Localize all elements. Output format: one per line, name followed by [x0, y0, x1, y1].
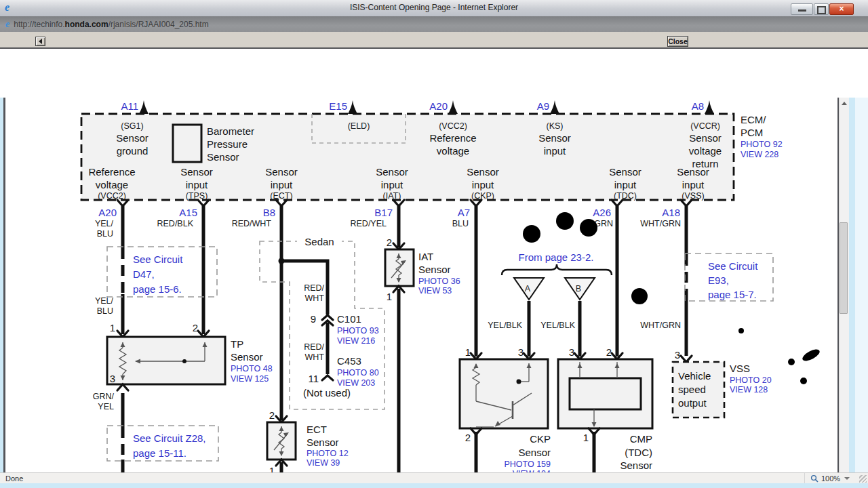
ckp-pin1: 1 [465, 346, 471, 358]
c101-pin: 9 [311, 313, 316, 325]
svg-text:page 15-11.: page 15-11. [133, 447, 186, 459]
conn-a18: A18 [662, 207, 680, 218]
tp-sensor: 1 2 TP Sensor PHOTO 48 V [107, 322, 273, 390]
tp-photo-link[interactable]: PHOTO 48 [231, 364, 273, 373]
wire-wht-grn-1: WHT/GRN [640, 219, 681, 228]
baro-l1: Barometer [207, 125, 254, 137]
c453-photo-link[interactable]: PHOTO 80 [337, 368, 379, 378]
ckp-photo-link[interactable]: PHOTO 159 [504, 460, 551, 469]
zoom-control[interactable]: 100% [804, 473, 856, 483]
svg-text:(IAT): (IAT) [383, 191, 401, 201]
ect-name-1: ECT [307, 424, 327, 435]
status-text: Done [5, 474, 23, 483]
wiring-diagram: A11 E15 A20 A9 A8 (SG1) Sensor ground Ba… [5, 98, 837, 488]
ecm-top-pins [139, 100, 714, 114]
brace [502, 264, 612, 275]
cmp-name-2: (TDC) [625, 447, 652, 458]
vss-photo-link[interactable]: PHOTO 20 [730, 375, 772, 385]
back-button[interactable] [35, 37, 45, 46]
c453-view-link[interactable]: VIEW 203 [337, 378, 375, 388]
iat-pin1: 1 [387, 291, 392, 302]
vss-view-link[interactable]: VIEW 128 [730, 385, 768, 394]
window-border-right-outer [855, 98, 868, 488]
sg1-sub: (SG1) [121, 121, 143, 131]
minimize-button[interactable] [791, 3, 813, 15]
ks-l2: input [544, 145, 566, 157]
svg-text:E93,: E93, [708, 274, 729, 286]
c101-view-link[interactable]: VIEW 216 [337, 336, 375, 346]
window-close-button[interactable]: × [829, 3, 854, 15]
browser-window: e ISIS-Content Opening Page - Internet E… [0, 0, 868, 488]
svg-text:(ECT): (ECT) [270, 191, 292, 201]
ecm-pcm-box: A11 E15 A20 A9 A8 (SG1) Sensor ground Ba… [81, 100, 783, 201]
conn-a26: A26 [593, 207, 611, 218]
iat-name-2: Sensor [418, 264, 451, 275]
magnifier-icon [810, 474, 818, 483]
wire-yel-blu-2a: YEL/ [95, 296, 114, 306]
svg-text:input: input [381, 179, 403, 190]
wire-red-wht-a1: RED/ [304, 283, 324, 293]
pin-symbol [348, 100, 357, 114]
vcc2-sub: (VCC2) [439, 121, 467, 131]
wire-red-wht-b1: RED/ [304, 342, 324, 352]
c453-pin: 11 [308, 373, 319, 384]
scrollbar-thumb[interactable] [840, 222, 848, 314]
ckp-sensor: 1 3 [460, 346, 551, 479]
cmp-inner-coil [570, 378, 641, 409]
wire-blu: BLU [452, 219, 469, 228]
ckp-pin2: 2 [465, 432, 471, 443]
ecm-photo-link[interactable]: PHOTO 92 [741, 140, 783, 149]
baro-l3: Sensor [207, 151, 239, 163]
svg-text:See Circuit: See Circuit [708, 260, 758, 272]
scroll-up-button[interactable] [840, 98, 849, 108]
pin-symbol [139, 100, 149, 114]
svg-text:input: input [682, 179, 705, 190]
svg-text:(VSS): (VSS) [682, 191, 704, 201]
c101-photo-link[interactable]: PHOTO 93 [337, 326, 379, 336]
svg-text:input: input [186, 179, 208, 190]
wire-red-blk: RED/BLK [157, 219, 194, 228]
svg-text:Sensor: Sensor [609, 166, 642, 178]
url-text[interactable]: http://techinfo.honda.com/rjanisis/RJAAI… [14, 20, 208, 29]
triangle-a-label: A [525, 284, 531, 293]
conn-b8: B8 [263, 207, 275, 218]
wire-red-wht-b2: WHT [305, 352, 325, 362]
toolbar: Close [0, 32, 868, 49]
wire-grn-yel-1b: YEL [98, 402, 114, 411]
ect-pin2: 2 [269, 409, 275, 421]
ckp-name-2: Sensor [518, 447, 551, 458]
tp-view-link[interactable]: VIEW 125 [231, 374, 269, 384]
status-bar: Done 100% [0, 472, 868, 483]
ect-view-link[interactable]: VIEW 39 [307, 458, 340, 468]
svg-text:(CKP): (CKP) [471, 191, 494, 201]
back-arrow-icon [39, 39, 42, 44]
iat-name-1: IAT [418, 251, 433, 262]
maximize-icon [817, 6, 826, 14]
vss-pin3: 3 [675, 349, 680, 361]
zoom-dropdown-icon[interactable] [844, 477, 850, 480]
resize-grip[interactable] [859, 475, 867, 483]
svg-text:input: input [614, 179, 637, 190]
address-bar[interactable]: e http://techinfo.honda.com/rjanisis/RJA… [0, 16, 868, 32]
ect-sensor: 2 ECT Sensor PHOTO 12 VIEW 39 1 [267, 409, 349, 476]
svg-text:(VCC2): (VCC2) [98, 191, 126, 201]
svg-text:Sensor: Sensor [467, 166, 499, 178]
pin-label-a9: A9 [537, 100, 549, 112]
wire-yel-blu-1b: BLU [97, 229, 113, 239]
baro-l2: Pressure [207, 138, 248, 150]
cmp-pin1: 1 [583, 432, 589, 443]
wire-yel-blu-2b: BLU [97, 306, 113, 316]
ecm-view-link[interactable]: VIEW 228 [741, 150, 778, 159]
iat-photo-link[interactable]: PHOTO 36 [418, 277, 460, 286]
svg-text:(TDC): (TDC) [614, 191, 637, 201]
zoom-percent: 100% [821, 474, 840, 483]
wire-red-wht: RED/WHT [232, 219, 272, 228]
ect-photo-link[interactable]: PHOTO 12 [307, 449, 349, 458]
barometer-sensor-symbol [173, 125, 201, 162]
svg-text:page 15-6.: page 15-6. [133, 283, 182, 295]
iat-view-link[interactable]: VIEW 53 [418, 286, 452, 296]
maximize-button[interactable] [814, 3, 829, 15]
vccr-sub: (VCCR) [690, 121, 720, 131]
close-page-button[interactable]: Close [667, 36, 688, 47]
svg-text:voltage: voltage [96, 179, 128, 190]
